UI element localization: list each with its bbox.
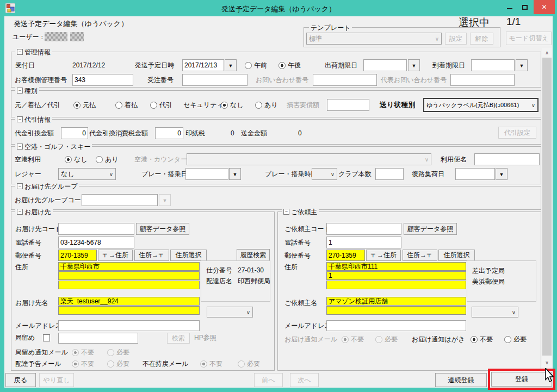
arrival-deadline-dropdown-button[interactable]: ▼	[516, 59, 528, 71]
sender-postal-input[interactable]: 270-1359	[326, 250, 365, 261]
radio-kyokudome-mail-no[interactable]: 不要	[72, 348, 94, 357]
radio-collect[interactable]: 着払	[115, 101, 138, 110]
arrival-deadline-input[interactable]	[471, 59, 515, 71]
return-pickup-label: 復路集荷日	[412, 171, 444, 178]
dest-history-search-button[interactable]: 履歴検索	[237, 249, 270, 261]
dest-address-line3-input[interactable]	[58, 281, 200, 289]
radio-pm[interactable]: 午後	[278, 61, 301, 70]
sender-addr-to-postal-button[interactable]: 住所→〒	[403, 250, 437, 261]
ship-deadline-input[interactable]	[363, 59, 407, 71]
sender-addr-select-button[interactable]: 住所選択	[438, 250, 475, 261]
radio-cod[interactable]: 代引	[150, 101, 172, 110]
sender-email-input[interactable]	[326, 320, 466, 331]
sender-address-label: 住所	[284, 264, 298, 271]
customer-no-input[interactable]: 343	[72, 74, 133, 86]
flight-name-input[interactable]	[474, 153, 540, 165]
sender-address-line2-input[interactable]: 1	[326, 271, 466, 280]
ship-date-label: 発送予定日時	[135, 62, 174, 69]
dest-email-input[interactable]	[58, 320, 200, 331]
kyokudome-checkbox[interactable]	[43, 334, 50, 341]
template-release-button[interactable]: 解除	[470, 33, 493, 45]
kyokudome-search-button[interactable]: 検索	[167, 333, 190, 344]
radio-security-none[interactable]: なし	[221, 101, 244, 110]
sender-name-line2-input[interactable]	[326, 306, 466, 315]
radio-security-yes[interactable]: あり	[255, 101, 278, 110]
remittance-label: 送金金額	[241, 130, 267, 137]
return-pickup-input[interactable]	[455, 168, 495, 180]
ship-deadline-dropdown-button[interactable]: ▼	[408, 59, 420, 71]
damage-amount-input[interactable]	[327, 99, 369, 111]
sender-address-line3-input[interactable]	[326, 281, 466, 289]
radio-notice-postcard-yes[interactable]: 必要	[504, 335, 527, 344]
mode-switch-button[interactable]: モード切替え	[506, 32, 552, 45]
sender-postal-to-addr-button[interactable]: 〒→住所	[366, 250, 401, 261]
cod-amount-input[interactable]: 0	[61, 127, 88, 139]
scroll-down-icon[interactable]: ∨	[542, 358, 552, 367]
destination-legend: −お届け先	[15, 208, 53, 215]
dest-addr-select-button[interactable]: 住所選択	[170, 250, 207, 261]
radio-absence-return-no[interactable]: 不要	[200, 359, 222, 369]
cod-setting-button[interactable]: 代引設定	[498, 127, 536, 139]
sender-customer-ref-button[interactable]: 顧客データ参照	[404, 223, 457, 235]
dest-group-dropdown-button[interactable]: ▼	[159, 194, 171, 206]
play-time-combobox[interactable]	[312, 168, 337, 180]
play-date-input[interactable]	[185, 168, 228, 180]
clubs-count-input[interactable]	[375, 168, 404, 180]
sender-email-label: メールアドレス	[284, 322, 331, 329]
next-button[interactable]: 次へ	[290, 373, 319, 387]
dest-addr-to-postal-button[interactable]: 住所→〒	[134, 250, 169, 261]
ship-date-dropdown-button[interactable]: ▼	[225, 59, 237, 71]
radio-notice-mail-no[interactable]: 不要	[342, 335, 364, 344]
ship-date-input[interactable]: 2017/12/13	[182, 59, 224, 71]
sender-address-line1-input[interactable]: 千葉県印西市111	[326, 262, 466, 271]
airport-counter-combobox[interactable]	[187, 153, 431, 165]
dest-group-legend: −お届け先グループ	[15, 183, 79, 190]
leisure-combobox[interactable]: なし	[58, 168, 116, 180]
template-set-button[interactable]: 設定	[445, 33, 467, 45]
vertical-scrollbar-thumb[interactable]	[542, 58, 552, 356]
kyokudome-input[interactable]	[58, 333, 138, 344]
prev-button[interactable]: 前へ	[254, 373, 283, 387]
redo-button[interactable]: やり直し	[39, 373, 74, 387]
sender-postal-label: 郵便番号	[284, 252, 311, 259]
play-date-dropdown-button[interactable]: ▼	[229, 168, 241, 180]
radio-delivery-notice-no[interactable]: 不要	[72, 359, 94, 369]
dest-group-code-input[interactable]	[82, 194, 158, 206]
radio-delivery-notice-yes[interactable]: 必要	[107, 359, 129, 369]
dest-name-line2-input[interactable]	[58, 306, 200, 315]
minimize-button[interactable]	[502, 0, 517, 14]
radio-notice-postcard-no[interactable]: 不要	[471, 335, 493, 344]
inquiry-no-input[interactable]	[313, 74, 377, 86]
dest-postal-input[interactable]: 270-1359	[58, 250, 97, 261]
radio-notice-mail-yes[interactable]: 必要	[375, 335, 398, 344]
order-no-input[interactable]	[182, 74, 247, 86]
return-pickup-dropdown-button[interactable]: ▼	[496, 168, 508, 180]
continuous-register-button[interactable]: 連続登録	[435, 373, 487, 387]
dest-honorific-combobox[interactable]	[207, 307, 253, 318]
dest-address-line2-input[interactable]	[58, 271, 200, 280]
dest-phone-input[interactable]: 03-1234-5678	[58, 237, 134, 248]
close-button[interactable]: ✕	[534, 0, 555, 14]
radio-airport-yes[interactable]: あり	[96, 155, 119, 164]
scroll-up-icon[interactable]: ∧	[542, 48, 552, 57]
cod-tax-input[interactable]: 0	[155, 127, 183, 139]
dest-code-input[interactable]	[58, 223, 134, 235]
rep-inquiry-no-input[interactable]	[450, 74, 515, 86]
sender-name-line1-input[interactable]: アマゾン検証用店舗	[326, 297, 466, 306]
dest-postal-to-addr-button[interactable]: 〒→住所	[98, 250, 133, 261]
radio-am[interactable]: 午前	[245, 61, 267, 70]
dest-name-line1-input[interactable]: 楽天 testuser__924	[58, 297, 200, 306]
invoice-type-combobox[interactable]: ゆうパックラベル(元払B)(ｭ00661)	[423, 98, 539, 112]
radio-absence-return-yes[interactable]: 必要	[238, 359, 260, 369]
sender-phone-input[interactable]: 1	[326, 237, 401, 248]
radio-prepaid[interactable]: 元払	[73, 101, 96, 110]
radio-kyokudome-mail-yes[interactable]: 必要	[107, 348, 129, 357]
dest-customer-ref-button[interactable]: 顧客データ参照	[136, 223, 189, 235]
back-button[interactable]: 戻る	[5, 373, 36, 387]
template-combobox[interactable]: 標準	[306, 33, 442, 45]
sender-code-input[interactable]	[326, 223, 401, 235]
dest-address-line1-input[interactable]: 千葉県印西市	[58, 262, 200, 271]
radio-airport-none[interactable]: なし	[65, 155, 88, 164]
sender-honorific-combobox[interactable]	[472, 307, 518, 318]
maximize-button[interactable]	[517, 0, 533, 14]
